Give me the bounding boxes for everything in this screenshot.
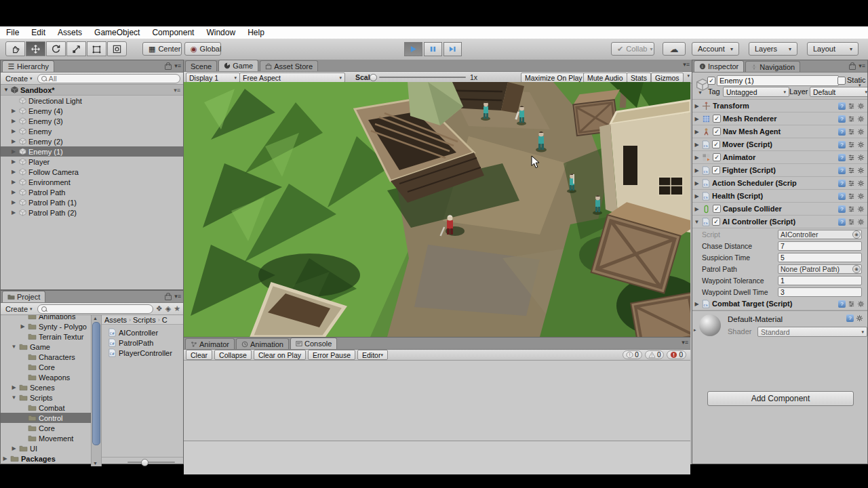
component-foldout-icon[interactable]: ▶ xyxy=(694,180,700,186)
game-viewport[interactable] xyxy=(184,82,690,337)
active-checkbox[interactable]: ✓ xyxy=(707,77,715,85)
console-error-counter[interactable]: !0 xyxy=(667,350,686,359)
component-foldout-icon[interactable]: ▶ xyxy=(694,103,700,109)
thumbnail-size-slider[interactable] xyxy=(102,457,183,466)
help-icon[interactable]: ? xyxy=(838,205,846,213)
project-folder-row[interactable]: ▶Synty - Polygo xyxy=(1,321,91,331)
rect-tool-button[interactable] xyxy=(87,41,106,56)
tab-animator[interactable]: Animator xyxy=(185,338,235,349)
pause-button[interactable] xyxy=(424,42,442,56)
expander-icon[interactable]: ▼ xyxy=(11,394,17,401)
transform-tool-button[interactable] xyxy=(107,41,127,56)
menu-item-assets[interactable]: Assets xyxy=(52,28,88,37)
expander-icon[interactable]: ▶ xyxy=(10,199,17,205)
hierarchy-item[interactable]: Directional Light xyxy=(1,96,183,106)
material-foldout-icon[interactable]: ▸ xyxy=(694,327,696,333)
rotate-tool-button[interactable] xyxy=(46,41,66,56)
panel-menu-icon[interactable]: ▾≡ xyxy=(683,61,690,68)
help-icon[interactable]: ? xyxy=(838,115,846,123)
scale-tool-button[interactable] xyxy=(66,41,86,56)
project-folder-row[interactable]: Weapons xyxy=(1,372,91,382)
project-search-input[interactable] xyxy=(37,304,153,314)
cloud-button[interactable]: ☁ xyxy=(663,42,686,56)
console-button-clear-on-play[interactable]: Clear on Play xyxy=(254,350,306,360)
add-component-button[interactable]: Add Component xyxy=(707,391,854,406)
console-button-editor[interactable]: Editor ▾ xyxy=(357,350,388,360)
console-warning-counter[interactable]: !0 xyxy=(645,350,665,359)
component-header-mesh-renderer[interactable]: ▶✓Mesh Renderer? xyxy=(692,113,867,125)
scene-foldout-icon[interactable]: ▼ xyxy=(3,87,9,93)
expander-icon[interactable]: ▶ xyxy=(10,108,17,114)
field-value-input[interactable]: AIController◉ xyxy=(778,230,862,239)
tab-project[interactable]: Project xyxy=(2,291,45,302)
component-header-fighter-script-[interactable]: ▶cs✓Fighter (Script)? xyxy=(692,164,867,177)
game-toolbar-button-maximize-on-play[interactable]: Maximize On Play xyxy=(521,73,587,83)
project-folder-row[interactable]: Animations xyxy=(1,315,91,321)
component-foldout-icon[interactable]: ▶ xyxy=(694,206,700,212)
console-button-clear[interactable]: Clear xyxy=(186,350,212,360)
lock-icon[interactable] xyxy=(165,295,172,300)
step-button[interactable] xyxy=(443,42,462,56)
hierarchy-item[interactable]: ▶Enemy (4) xyxy=(1,106,183,116)
expander-icon[interactable]: ▶ xyxy=(10,179,17,185)
project-tree-scrollbar[interactable]: ▲ ▼ xyxy=(91,315,102,466)
scroll-down-icon[interactable]: ▼ xyxy=(93,461,98,466)
expander-icon[interactable]: ▶ xyxy=(10,169,17,175)
pivot-toggle-button[interactable]: ▦ Center xyxy=(142,42,182,56)
project-folder-row[interactable]: Combat xyxy=(1,403,91,413)
menu-item-window[interactable]: Window xyxy=(200,28,241,37)
project-folder-row[interactable]: Terrain Textur xyxy=(1,331,91,342)
panel-menu-icon[interactable]: ▾≡ xyxy=(859,62,865,69)
menu-item-gameobject[interactable]: GameObject xyxy=(88,28,146,37)
component-foldout-icon[interactable]: ▶ xyxy=(694,193,700,199)
field-value-input[interactable]: 5 xyxy=(778,253,862,262)
help-icon[interactable]: ? xyxy=(838,141,846,148)
expander-icon[interactable]: ▶ xyxy=(10,159,17,165)
menu-item-component[interactable]: Component xyxy=(146,28,200,37)
scene-menu-icon[interactable]: ▾≡ xyxy=(174,87,180,94)
search-by-type-icon[interactable]: ❖ xyxy=(156,304,163,313)
breadcrumb-item[interactable]: Assets xyxy=(104,316,127,324)
component-header-nav-mesh-agent[interactable]: ▶✓Nav Mesh Agent? xyxy=(692,125,867,138)
expander-icon[interactable]: ▶ xyxy=(10,148,17,155)
hierarchy-item[interactable]: ▶Environment xyxy=(1,177,183,187)
project-folder-row[interactable]: ▶UI xyxy=(1,443,91,453)
layer-dropdown[interactable]: Default ▾ xyxy=(810,87,867,97)
help-icon[interactable]: ? xyxy=(838,128,846,136)
project-folder-row[interactable]: ▼Game xyxy=(1,342,91,352)
help-icon[interactable]: ? xyxy=(838,180,846,187)
breadcrumb-item[interactable]: C xyxy=(162,316,167,324)
tab-hierarchy[interactable]: ☰ Hierarchy xyxy=(2,60,54,72)
expander-icon[interactable]: ▶ xyxy=(20,323,26,329)
project-folder-row[interactable]: Control xyxy=(1,413,91,423)
static-checkbox[interactable] xyxy=(837,77,846,85)
component-foldout-icon[interactable]: ▶ xyxy=(694,155,700,161)
object-picker-icon[interactable]: ◉ xyxy=(852,230,861,239)
gameobject-foldout-icon[interactable]: ▼ xyxy=(698,90,703,95)
component-header-combat-target-script-[interactable]: ▶csCombat Target (Script)? xyxy=(692,298,867,310)
help-icon[interactable]: ? xyxy=(838,102,846,110)
menu-item-file[interactable]: File xyxy=(0,28,25,37)
expander-icon[interactable]: ▶ xyxy=(11,445,17,451)
hierarchy-create-button[interactable]: Create ▾ xyxy=(3,75,35,83)
enabled-checkbox[interactable]: ✓ xyxy=(713,153,721,161)
slider-track[interactable] xyxy=(127,462,175,463)
component-header-ai-controller-script-[interactable]: ▼cs✓AI Controller (Script)? xyxy=(692,216,867,228)
project-folder-row[interactable]: Characters xyxy=(1,352,91,362)
collab-button[interactable]: ✔ Collab ▾ xyxy=(611,42,654,56)
search-by-label-icon[interactable]: ◈ xyxy=(165,304,171,313)
script-file-item[interactable]: C#PlayerController xyxy=(102,348,183,358)
help-icon[interactable]: ? xyxy=(838,300,846,308)
gear-icon[interactable] xyxy=(856,314,863,322)
component-header-health-script-[interactable]: ▶csHealth (Script)? xyxy=(692,190,867,203)
component-foldout-icon[interactable]: ▶ xyxy=(694,129,700,135)
component-header-animator[interactable]: ▶✓Animator? xyxy=(692,151,867,164)
menu-item-edit[interactable]: Edit xyxy=(25,28,52,37)
expander-icon[interactable]: ▶ xyxy=(10,118,17,124)
breadcrumb-item[interactable]: Scripts xyxy=(133,316,156,324)
help-icon[interactable]: ? xyxy=(838,154,846,161)
component-foldout-icon[interactable]: ▼ xyxy=(694,219,700,225)
project-folder-row[interactable]: Core xyxy=(1,423,91,433)
scroll-up-icon[interactable]: ▲ xyxy=(93,316,98,321)
enabled-checkbox[interactable]: ✓ xyxy=(712,218,720,226)
